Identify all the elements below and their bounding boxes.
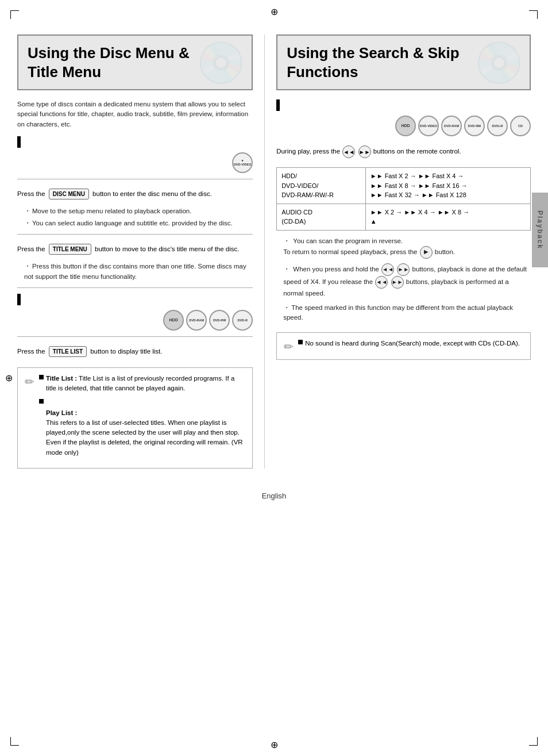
- note-item-title-list: Title List : Title List is a list of pre…: [39, 374, 245, 394]
- search-bar: [276, 99, 280, 111]
- reg-mark-bottom: ⊕: [268, 739, 280, 750]
- note-icon-right: ✏: [284, 340, 294, 354]
- note-content-left: Title List : Title List is a list of pre…: [39, 374, 245, 462]
- divider-3: [17, 287, 253, 288]
- speed-values-hdd: ►► Fast X 2 → ►► Fast X 4 → ►► Fast X 8 …: [365, 168, 530, 204]
- hdd-icon: HDD: [163, 310, 184, 331]
- right-bullet-2: When you press and hold the ◄◄ ►► button…: [276, 263, 531, 298]
- speed-row-hdd: HDD/ DVD-VIDEO/ DVD-RAM/-RW/-R ►► Fast X…: [277, 168, 531, 204]
- note-label-2: Play List :: [46, 409, 77, 416]
- disc-menu-title: Using the Disc Menu & Title Menu: [28, 44, 242, 81]
- right-hdd-icon: HDD: [395, 116, 416, 136]
- divider-1: [17, 179, 253, 179]
- search-skip-title: Using the Search & Skip Functions: [287, 44, 520, 81]
- playback-tab: Playback: [532, 193, 548, 267]
- right-bullets: You can scan the program in reverse. To …: [276, 236, 531, 323]
- note-item-no-sound: No sound is heard during Scan(Search) mo…: [298, 339, 520, 348]
- search-sub-label: [276, 99, 531, 111]
- disc-bullet-2: You can select audio language and subtit…: [17, 218, 253, 228]
- press-disc-after: button to enter the disc menu of the dis…: [92, 190, 212, 197]
- title-list-sub-label: [17, 294, 253, 305]
- footer-language: English: [262, 492, 287, 500]
- corner-bl-h: [10, 745, 19, 746]
- disc-menu-bar: [17, 136, 21, 148]
- note-item-playlist: Play List : This refers to a list of use…: [39, 398, 245, 458]
- two-column-layout: Using the Disc Menu & Title Menu 💿 Some …: [17, 34, 531, 469]
- note-icon-left: ✏: [25, 375, 34, 389]
- press-title-menu: Press the TITLE MENU button to move to t…: [17, 240, 253, 258]
- release-forward-icon: ►►: [391, 276, 404, 289]
- note-bullet-right: [298, 340, 303, 344]
- note-text-2: Play List : This refers to a list of use…: [46, 398, 245, 458]
- right-bullet-3: The speed marked in this function may be…: [276, 303, 531, 323]
- note-content-right: No sound is heard during Scan(Search) mo…: [298, 339, 520, 353]
- right-dvd-ram-icon: DVD-RAM: [441, 116, 462, 136]
- rewind-btn-icon: ◄◄: [342, 145, 355, 158]
- note-box-left: ✏ Title List : Title List is a list of p…: [17, 367, 253, 469]
- title-menu-button: TITLE MENU: [49, 244, 91, 255]
- corner-tl-v: [10, 10, 11, 19]
- search-skip-header: Using the Search & Skip Functions 💿: [276, 34, 531, 90]
- press-disc-before: Press the: [17, 190, 45, 197]
- title-list-icons-row: HDD DVD-RAM DVD-RW DVD-R: [17, 310, 253, 331]
- dvd-ram-icon: DVD-RAM: [186, 310, 207, 331]
- right-dvd-r-icon: DVD+R: [487, 116, 508, 136]
- release-rewind-icon: ◄◄: [375, 276, 388, 289]
- right-dvd-video-icon: DVD-VIDEO: [418, 116, 439, 136]
- speed-device-cd: AUDIO CD (CD-DA): [277, 204, 366, 230]
- hold-forward-icon: ►►: [397, 263, 410, 276]
- divider-4: [17, 336, 253, 337]
- right-column: Playback Using the Search & Skip Functio…: [265, 34, 531, 469]
- forward-btn-icon: ►►: [358, 145, 371, 158]
- press-title-list: Press the TITLE LIST button to display t…: [17, 343, 253, 360]
- title-list-bar: [17, 294, 21, 305]
- during-play-row: During play, press the ◄◄ ►► buttons on …: [276, 142, 531, 162]
- dvd-rw-icon2: DVD-RW: [209, 310, 230, 331]
- speed-table: HDD/ DVD-VIDEO/ DVD-RAM/-RW/-R ►► Fast X…: [276, 167, 531, 231]
- disc-menu-button: DISC MENU: [49, 189, 89, 199]
- right-bullet-1: You can scan the program in reverse. To …: [276, 236, 531, 259]
- corner-tl-h: [10, 10, 19, 11]
- title-list-button: TITLE LIST: [49, 346, 87, 357]
- press-disc-menu: Press the DISC MENU button to enter the …: [17, 185, 253, 203]
- speed-row-cd: AUDIO CD (CD-DA) ►► X 2 → ►► X 4 → ►► X …: [277, 204, 531, 230]
- corner-bl-v: [10, 737, 11, 746]
- during-play-after: buttons on the remote control.: [373, 148, 461, 155]
- reg-mark-top: ⊕: [268, 6, 280, 17]
- disc-bullet-1: Move to the setup menu related to playba…: [17, 206, 253, 216]
- speed-values-cd: ►► X 2 → ►► X 4 → ►► X 8 → ▲: [365, 204, 530, 230]
- title-bullet-1: Press this button if the disc contains m…: [17, 262, 253, 282]
- dvd-video-icon: ● DVD-VIDEO: [232, 152, 253, 173]
- page-container: ⊕ ⊕ ⊕ Using the Disc Menu & Title Menu 💿…: [0, 0, 548, 756]
- right-disc-icons-row: HDD DVD-VIDEO DVD-RAM DVD-RW DVD+R CD: [276, 116, 531, 136]
- note-text-1: Title List : Title List is a list of pre…: [46, 374, 245, 394]
- left-column: Using the Disc Menu & Title Menu 💿 Some …: [17, 34, 265, 469]
- divider-2: [17, 234, 253, 235]
- note-desc-2: This refers to a list of user-selected t…: [46, 419, 243, 456]
- note-text-right: No sound is heard during Scan(Search) mo…: [305, 339, 520, 348]
- hold-rewind-icon: ◄◄: [381, 263, 394, 276]
- dvd-video-icon-row: ● DVD-VIDEO: [17, 152, 253, 173]
- note-bullet-2: [39, 399, 44, 404]
- press-tl-before: Press the: [17, 348, 45, 355]
- corner-tr-h: [529, 10, 538, 11]
- play-btn-icon: ▶: [420, 246, 433, 259]
- right-cd-icon: CD: [510, 116, 531, 136]
- press-tl-after: button to display title list.: [90, 348, 162, 355]
- reg-mark-left: ⊕: [3, 373, 14, 384]
- disc-menu-header: Using the Disc Menu & Title Menu 💿: [17, 34, 253, 90]
- page-footer: English: [17, 486, 531, 500]
- press-title-before: Press the: [17, 245, 45, 252]
- disc-menu-sub-label: [17, 136, 253, 148]
- corner-br-v: [537, 737, 538, 746]
- corner-br-h: [529, 745, 538, 746]
- note-box-right: ✏ No sound is heard during Scan(Search) …: [276, 332, 531, 360]
- dvd-r-icon: DVD-R: [232, 310, 253, 331]
- corner-tr-v: [537, 10, 538, 19]
- note-bullet-1: [39, 375, 44, 379]
- during-play-before: During play, press the: [276, 148, 340, 155]
- right-dvd-rw-icon: DVD-RW: [464, 116, 485, 136]
- press-title-after: button to move to the disc's title menu …: [95, 245, 240, 252]
- note-label-1: Title List :: [46, 375, 77, 382]
- disc-menu-intro: Some type of discs contain a dedicated m…: [17, 99, 253, 129]
